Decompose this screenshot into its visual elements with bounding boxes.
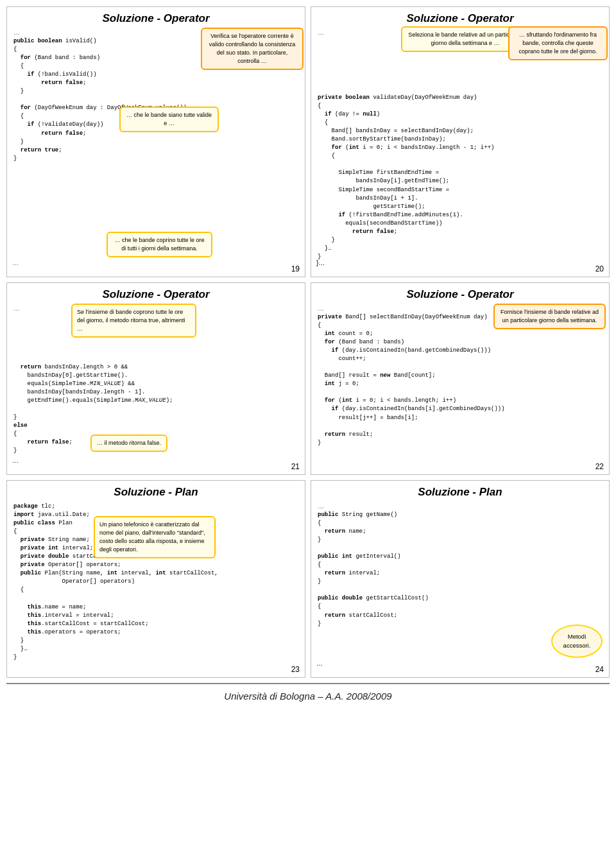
slide-24-ellipsis-bl: … [316, 660, 323, 667]
slide-19-ellipsis-bl: … [12, 259, 19, 266]
slide-22: Soluzione - Operator Fornisce l'insieme … [311, 282, 610, 475]
slide-21-title: Soluzione - Operator [13, 288, 298, 301]
slide-20-callout-2: … sfruttando l'ordinamento fra bande, co… [508, 26, 608, 60]
slide-24-callout-1: Metodi accessori. [551, 625, 603, 658]
slide-23: Soluzione - Plan Un piano telefonico è c… [6, 480, 305, 678]
slide-21-callout-2: … il metodo ritorna false. [90, 435, 167, 452]
slide-22-number: 22 [595, 462, 604, 471]
slide-20-ellipsis-bl: }… [316, 259, 325, 266]
slide-19-callout-2: … che le bande siano tutte valide e … [119, 107, 219, 132]
slide-24-number: 24 [595, 665, 604, 674]
slide-19-number: 19 [291, 264, 300, 273]
slide-22-title: Soluzione - Operator [318, 288, 603, 301]
slide-23-callout-1: Un piano telefonico è caratterizzato dal… [94, 516, 216, 558]
slide-22-callout-1: Fornisce l'insieme di bande relative ad … [493, 304, 606, 329]
slide-24: Soluzione - Plan Metodi accessori. … pub… [311, 480, 610, 678]
slide-20-number: 20 [595, 264, 604, 273]
slide-19-callout-1: Verifica se l'operatore corrente è valid… [201, 28, 304, 70]
page-footer: Università di Bologna – A.A. 2008/2009 [6, 683, 610, 705]
footer-text: Università di Bologna – A.A. 2008/2009 [224, 691, 391, 702]
slide-20-title: Soluzione - Operator [318, 12, 603, 25]
row-3: Soluzione - Plan Un piano telefonico è c… [6, 480, 610, 678]
row-2: Soluzione - Operator Se l'insieme di ban… [6, 282, 610, 475]
slide-20-code: private boolean validateDay(DayOfWeekEnu… [318, 94, 603, 261]
slide-24-ellipsis-tl: … [318, 503, 603, 510]
slide-24-title: Soluzione - Plan [318, 486, 603, 499]
slide-20: Soluzione - Operator Seleziona le bande … [311, 6, 610, 277]
slide-19: Soluzione - Operator Verifica se l'opera… [6, 6, 305, 277]
slide-19-title: Soluzione - Operator [13, 12, 298, 25]
slide-21-callout-1: Se l'insieme di bande coprono tutte le o… [71, 304, 196, 338]
slide-21-ellipsis-bl: … [12, 457, 19, 464]
page-container: Soluzione - Operator Verifica se l'opera… [0, 0, 616, 712]
slide-23-number: 23 [291, 665, 300, 674]
slide-23-title: Soluzione - Plan [13, 486, 298, 499]
slide-21-number: 21 [291, 462, 300, 471]
slide-21: Soluzione - Operator Se l'insieme di ban… [6, 282, 305, 475]
row-1: Soluzione - Operator Verifica se l'opera… [6, 6, 610, 277]
slide-19-callout-3: … che le bande coprino tutte le ore di t… [107, 232, 212, 257]
slide-24-code: public String getName() { return name; }… [318, 511, 603, 628]
slide-22-code: private Band[] selectBandInDay(DayOfWeek… [318, 313, 603, 447]
